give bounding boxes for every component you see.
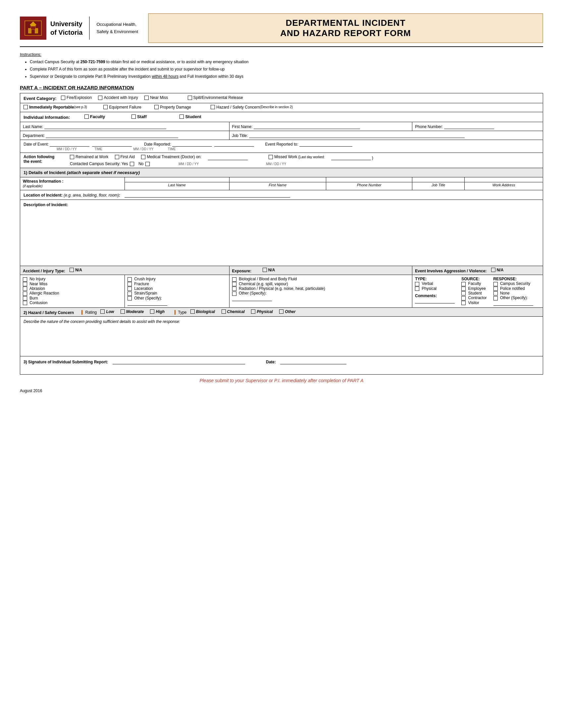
vertical-divider — [89, 17, 90, 40]
checkbox-medical-treatment[interactable]: Medical Treatment (Doctor) on: — [141, 155, 201, 159]
cb-chemical[interactable] — [232, 282, 236, 286]
location-label: Location of Incident: — [23, 193, 63, 198]
cb-fracture[interactable] — [127, 282, 132, 286]
hazard-describe-label: Describe the nature of the concern provi… — [23, 319, 180, 324]
svg-rect-6 — [31, 26, 35, 29]
exposure-na-check[interactable]: N/A — [262, 268, 275, 272]
cb-other-acc[interactable] — [127, 296, 132, 300]
checkbox-high[interactable]: High — [150, 309, 164, 314]
checkbox-hazard-safety[interactable]: Hazard / Safety Concern (Describe in sec… — [211, 105, 293, 110]
description-row: Description of Incident: — [20, 200, 543, 266]
witness-sub-label: (if applicable) — [23, 184, 42, 188]
date-row: Date of Event: Date Reported: Event Repo… — [20, 140, 543, 153]
hazard-number: 2) Hazard — [23, 310, 41, 315]
cb-resp-none[interactable] — [493, 291, 498, 296]
cb-no-injury[interactable] — [23, 277, 27, 282]
checkbox-accident-injury[interactable]: Accident with Injury — [98, 95, 138, 100]
job-title-label: Job Title: — [232, 133, 248, 138]
department-label: Department: — [23, 133, 45, 138]
university-logo: 🏛 — [20, 17, 46, 40]
details-header-row: 1) Details of Incident (attach separate … — [20, 168, 543, 177]
checkbox-first-aid[interactable]: First Aid — [115, 155, 135, 159]
checkbox-remained-work[interactable]: Remained at Work — [70, 155, 108, 159]
checkbox-staff[interactable]: Staff — [131, 114, 147, 119]
checkbox-fire-explosion[interactable]: Fire/Explosion — [61, 95, 92, 100]
cb-src-employee[interactable] — [461, 287, 466, 291]
form-title-line2: AND HAZARD REPORT FORM — [155, 28, 536, 38]
location-row: Location of Incident: (e.g. area, buildi… — [20, 190, 543, 200]
checkbox-faculty[interactable]: Faculty — [84, 114, 105, 119]
cb-physical[interactable] — [415, 287, 419, 291]
description-label: Description of Incident: — [23, 203, 68, 207]
witness-col-firstname: First Name — [229, 182, 326, 190]
date-reported-label: Date Reported: — [144, 142, 171, 147]
hazard-describe-row: Describe the nature of the concern provi… — [20, 317, 543, 356]
checkbox-near-miss[interactable]: Near Miss — [144, 95, 168, 100]
cb-src-visitor[interactable] — [461, 301, 466, 305]
event-category-label: Event Category: — [23, 96, 57, 101]
response-label: RESPONSE: — [493, 277, 517, 281]
cb-src-faculty[interactable] — [461, 282, 466, 286]
cb-contusion[interactable] — [23, 301, 27, 305]
instruction-2: Complete PART A of this form as soon as … — [30, 66, 543, 72]
cb-resp-other[interactable] — [493, 296, 498, 300]
cb-laceration[interactable] — [127, 287, 132, 291]
witness-label: Witness Information : — [23, 179, 64, 184]
checkbox-other-type[interactable]: Other — [279, 309, 296, 314]
footer-submit-text: Please submit to your Supervisor or P.I.… — [20, 378, 543, 383]
cb-abrasion[interactable] — [23, 287, 27, 291]
last-name-label: Last Name: — [23, 124, 43, 129]
event-category-row2: Immediately Reportable (see p.3) Equipme… — [20, 103, 543, 112]
cb-near-miss-inj[interactable] — [23, 282, 27, 286]
checkbox-moderate[interactable]: Moderate — [120, 309, 144, 314]
action-row: Action followingthe event: Remained at W… — [20, 153, 543, 168]
accident-body-row: No Injury Near Miss Abrasion Allergic Re… — [20, 275, 543, 308]
individual-info-row: Individual Information: Faculty Staff St… — [20, 112, 543, 122]
instruction-3: Supervisor or Designate to complete Part… — [30, 73, 543, 79]
date-of-event-label: Date of Event: — [23, 142, 49, 147]
cb-crush-injury[interactable] — [127, 277, 132, 282]
accident-injury-label: Accident / Injury Type: — [23, 268, 65, 273]
cb-radiation[interactable] — [232, 287, 236, 291]
checkbox-chemical-type[interactable]: Chemical — [221, 309, 245, 314]
name-phone-row: Last Name: First Name: Phone Number: — [20, 122, 543, 131]
aggression-na-check[interactable]: N/A — [491, 268, 504, 272]
details-title: 1) Details of Incident — [23, 170, 66, 175]
witness-col-phone: Phone Number — [326, 182, 412, 190]
cb-burn[interactable] — [23, 296, 27, 300]
source-label: SOURCE: — [461, 277, 480, 281]
action-following-label: Action followingthe event: — [23, 155, 54, 164]
hazard-header-row: 2) Hazard / Safety Concern Rating Low Mo… — [20, 307, 543, 317]
cb-resp-campus-sec[interactable] — [493, 282, 498, 286]
checkbox-biological-type[interactable]: Biological — [190, 309, 215, 314]
date-label-sig: Date: — [266, 360, 276, 364]
cb-strain-sprain[interactable] — [127, 292, 132, 296]
instruction-1: Contact Campus Security at 250-721-7599 … — [30, 59, 543, 65]
event-category-row1: Event Category: Fire/Explosion Accident … — [20, 93, 543, 103]
cb-other-exp[interactable] — [232, 292, 236, 296]
details-subtitle: (attach separate sheet if necessary) — [67, 170, 140, 175]
checkbox-student[interactable]: Student — [179, 114, 201, 119]
accident-exposure-aggression-header: Accident / Injury Type: N/A Exposure: N/… — [20, 266, 543, 275]
cb-src-student[interactable] — [461, 291, 466, 296]
no-label: No — [138, 161, 143, 166]
checkbox-low[interactable]: Low — [100, 309, 114, 314]
university-name-text: University of Victoria — [50, 20, 82, 37]
checkbox-spill-env[interactable]: Spill/Environmental Release — [188, 95, 243, 100]
checkbox-equipment-failure[interactable]: Equipment Failure — [103, 105, 141, 110]
checkbox-missed-work[interactable]: Missed Work (Last day worked: — [268, 155, 325, 159]
cb-src-contractor[interactable] — [461, 296, 466, 300]
witness-col-lastname: Last Name — [124, 182, 229, 190]
cb-allergic-reaction[interactable] — [23, 292, 27, 296]
august-label: August 2016 — [20, 388, 543, 393]
page-header: 🏛 University of Victoria Occupational He… — [20, 13, 543, 47]
checkbox-property-damage[interactable]: Property Damage — [154, 105, 191, 110]
hazard-safety: Safety Concern — [45, 310, 74, 315]
cb-resp-police[interactable] — [493, 287, 498, 291]
accident-na-check[interactable]: N/A — [70, 268, 82, 272]
cb-biological[interactable] — [232, 277, 236, 282]
cb-verbal[interactable] — [415, 282, 419, 286]
checkbox-immediately-reportable[interactable]: Immediately Reportable (see p.3) — [23, 105, 87, 110]
checkbox-physical-type[interactable]: Physical — [251, 309, 273, 314]
instructions-section: Instructions: Contact Campus Security at… — [20, 52, 543, 79]
